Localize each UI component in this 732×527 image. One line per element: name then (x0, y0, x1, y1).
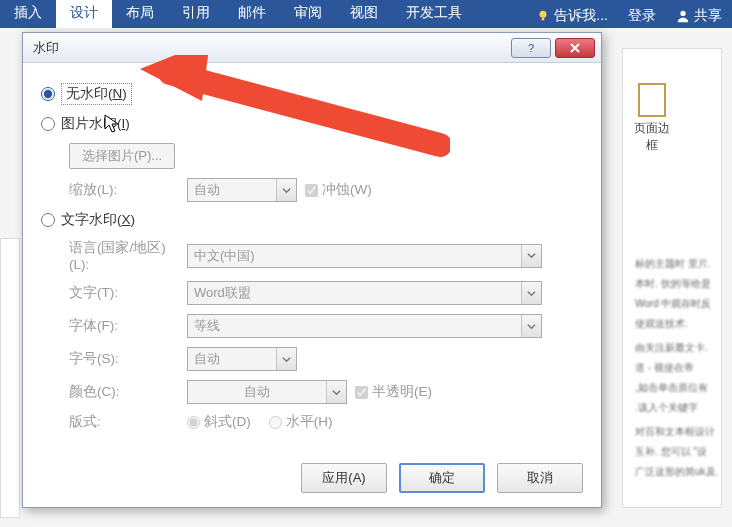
tab-mailings[interactable]: 邮件 (224, 0, 280, 28)
radio-picture-watermark-label[interactable]: 图片水印(I) (61, 115, 130, 133)
washout-check[interactable] (305, 184, 318, 197)
page-border-label: 页面边框 (634, 121, 670, 152)
share-label: 共享 (694, 7, 722, 25)
help-button[interactable]: ? (511, 38, 551, 58)
page-border-button[interactable]: 页面边框 (632, 83, 672, 154)
color-label: 颜色(C): (69, 383, 179, 401)
tab-references[interactable]: 引用 (168, 0, 224, 28)
page-border-icon (638, 83, 666, 117)
text-combo[interactable]: Word联盟 (187, 281, 542, 305)
layout-horizontal[interactable]: 水平(H) (269, 413, 333, 431)
tab-layout[interactable]: 布局 (112, 0, 168, 28)
color-combo[interactable]: 自动 (187, 380, 347, 404)
radio-picture-watermark-row[interactable]: 图片水印(I) (41, 115, 583, 133)
color-value: 自动 (188, 383, 326, 401)
font-combo[interactable]: 等线 (187, 314, 542, 338)
chevron-down-icon (521, 315, 541, 337)
select-picture-button[interactable]: 选择图片(P)... (69, 143, 175, 169)
tab-design[interactable]: 设计 (56, 0, 112, 28)
scale-value: 自动 (188, 181, 276, 199)
text-label: 文字(T): (69, 284, 179, 302)
semitransparent-label: 半透明(E) (372, 383, 432, 401)
login[interactable]: 登录 (618, 0, 666, 28)
scale-label: 缩放(L): (69, 181, 179, 199)
dialog-title: 水印 (33, 39, 507, 57)
radio-picture-watermark[interactable] (41, 117, 55, 131)
chevron-down-icon (326, 381, 346, 403)
radio-text-watermark[interactable] (41, 213, 55, 227)
chevron-down-icon (521, 282, 541, 304)
chevron-down-icon (276, 179, 296, 201)
svg-text:?: ? (528, 42, 534, 54)
radio-no-watermark-label[interactable]: 无水印(N) (61, 83, 132, 105)
semitransparent-check[interactable] (355, 386, 368, 399)
dialog-button-row: 应用(A) 确定 取消 (301, 463, 583, 493)
washout-label: 冲蚀(W) (322, 181, 372, 199)
language-value: 中文(中国) (188, 247, 521, 265)
language-combo[interactable]: 中文(中国) (187, 244, 542, 268)
tell-me[interactable]: 告诉我... (526, 0, 618, 28)
text-value: Word联盟 (188, 284, 521, 302)
size-combo[interactable]: 自动 (187, 347, 297, 371)
size-value: 自动 (188, 350, 276, 368)
layout-label: 版式: (69, 413, 179, 431)
radio-text-watermark-row[interactable]: 文字水印(X) (41, 211, 583, 229)
chevron-down-icon (276, 348, 296, 370)
share[interactable]: 共享 (666, 0, 732, 28)
scale-combo[interactable]: 自动 (187, 178, 297, 202)
person-icon (676, 9, 690, 23)
chevron-down-icon (521, 245, 541, 267)
bulb-icon (536, 9, 550, 23)
tab-review[interactable]: 审阅 (280, 0, 336, 28)
language-label: 语言(国家/地区)(L): (69, 239, 179, 272)
tell-me-label: 告诉我... (554, 7, 608, 25)
apply-button[interactable]: 应用(A) (301, 463, 387, 493)
close-button[interactable] (555, 38, 595, 58)
tab-view[interactable]: 视图 (336, 0, 392, 28)
radio-no-watermark[interactable] (41, 87, 55, 101)
ribbon: 插入 设计 布局 引用 邮件 审阅 视图 开发工具 告诉我... 登录 共享 (0, 0, 732, 28)
washout-checkbox[interactable]: 冲蚀(W) (305, 181, 372, 199)
font-label: 字体(F): (69, 317, 179, 335)
svg-point-2 (680, 11, 685, 16)
size-label: 字号(S): (69, 350, 179, 368)
ok-button[interactable]: 确定 (399, 463, 485, 493)
font-value: 等线 (188, 317, 521, 335)
tab-developer[interactable]: 开发工具 (392, 0, 476, 28)
radio-text-watermark-label[interactable]: 文字水印(X) (61, 211, 135, 229)
semitransparent-checkbox[interactable]: 半透明(E) (355, 383, 432, 401)
radio-no-watermark-row[interactable]: 无水印(N) (41, 83, 583, 105)
watermark-dialog: 水印 ? 无水印(N) 图片水印(I) 选择图片(P)... 缩放(L): 自动 (22, 32, 602, 508)
tab-insert[interactable]: 插入 (0, 0, 56, 28)
cancel-button[interactable]: 取消 (497, 463, 583, 493)
layout-diagonal[interactable]: 斜式(D) (187, 413, 251, 431)
svg-rect-1 (542, 18, 545, 21)
dialog-titlebar[interactable]: 水印 ? (23, 33, 601, 63)
svg-point-0 (540, 11, 547, 18)
